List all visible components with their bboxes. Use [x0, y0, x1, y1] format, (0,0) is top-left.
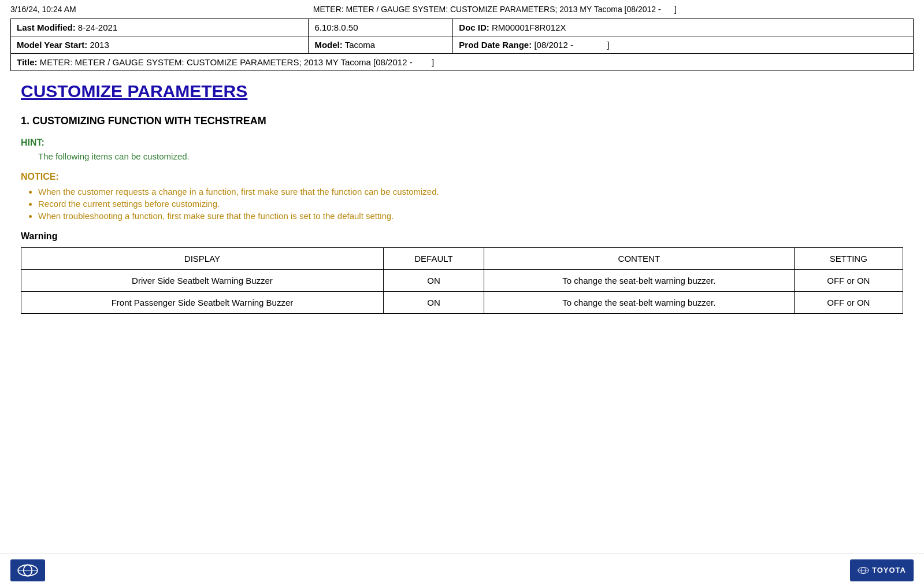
toyota-icon-left [17, 563, 38, 577]
warning-label: Warning [21, 231, 903, 242]
cell-content-0: To change the seat-belt warning buzzer. [484, 270, 795, 292]
hint-label: HINT: [21, 138, 903, 148]
page-title-bar: METER: METER / GAUGE SYSTEM: CUSTOMIZE P… [76, 5, 914, 14]
cell-display-1: Front Passenger Side Seatbelt Warning Bu… [21, 292, 384, 314]
section1-heading: 1. CUSTOMIZING FUNCTION WITH TECHSTREAM [21, 115, 903, 127]
table-row-0: Driver Side Seatbelt Warning BuzzerONTo … [21, 270, 903, 292]
cell-display-0: Driver Side Seatbelt Warning Buzzer [21, 270, 384, 292]
data-table: DISPLAY DEFAULT CONTENT SETTING Driver S… [21, 247, 903, 314]
cell-default-1: ON [383, 292, 484, 314]
notice-item-1: When the customer requests a change in a… [38, 187, 903, 196]
last-modified-label: Last Modified: [17, 23, 76, 32]
datetime: 3/16/24, 10:24 AM [10, 5, 76, 14]
main-content: CUSTOMIZE PARAMETERS 1. CUSTOMIZING FUNC… [0, 71, 924, 360]
meta-table: Last Modified: 8-24-2021 6.10:8.0.50 Doc… [10, 18, 914, 71]
cell-setting-0: OFF or ON [794, 270, 903, 292]
model-label: Model: [314, 40, 342, 50]
notice-item-2: Record the current settings before custo… [38, 199, 903, 209]
title-label: Title: [17, 57, 38, 67]
model-value: Tacoma [345, 40, 376, 50]
toyota-logo-left [10, 559, 45, 581]
cell-content-1: To change the seat-belt warning buzzer. [484, 292, 795, 314]
title-value: METER: METER / GAUGE SYSTEM: CUSTOMIZE P… [40, 57, 413, 67]
last-modified-value: 8-24-2021 [78, 23, 117, 32]
doc-id-value: RM00001F8R012X [492, 23, 566, 32]
prod-date-value: [08/2012 - [534, 40, 573, 50]
col-setting: SETTING [794, 248, 903, 270]
model-year-start-value: 2013 [90, 40, 109, 50]
table-row-1: Front Passenger Side Seatbelt Warning Bu… [21, 292, 903, 314]
top-bar: 3/16/24, 10:24 AM METER: METER / GAUGE S… [0, 0, 924, 16]
toyota-text: TOYOTA [872, 566, 906, 574]
prod-date-label: Prod Date Range: [459, 40, 532, 50]
doc-id-label: Doc ID: [459, 23, 489, 32]
hint-text: The following items can be customized. [38, 151, 903, 161]
notice-list: When the customer requests a change in a… [38, 187, 903, 221]
footer-bar: TOYOTA [0, 554, 924, 586]
toyota-logo-right: TOYOTA [850, 559, 914, 581]
title-end: ] [432, 57, 434, 67]
cell-setting-1: OFF or ON [794, 292, 903, 314]
col-content: CONTENT [484, 248, 795, 270]
prod-date-end: ] [607, 40, 609, 50]
col-display: DISPLAY [21, 248, 384, 270]
notice-label: NOTICE: [21, 172, 903, 182]
page-heading: CUSTOMIZE PARAMETERS [21, 81, 903, 101]
col-default: DEFAULT [383, 248, 484, 270]
cell-default-0: ON [383, 270, 484, 292]
version: 6.10:8.0.50 [314, 23, 358, 32]
model-year-start-label: Model Year Start: [17, 40, 87, 50]
notice-item-3: When troubleshooting a function, first m… [38, 211, 903, 221]
